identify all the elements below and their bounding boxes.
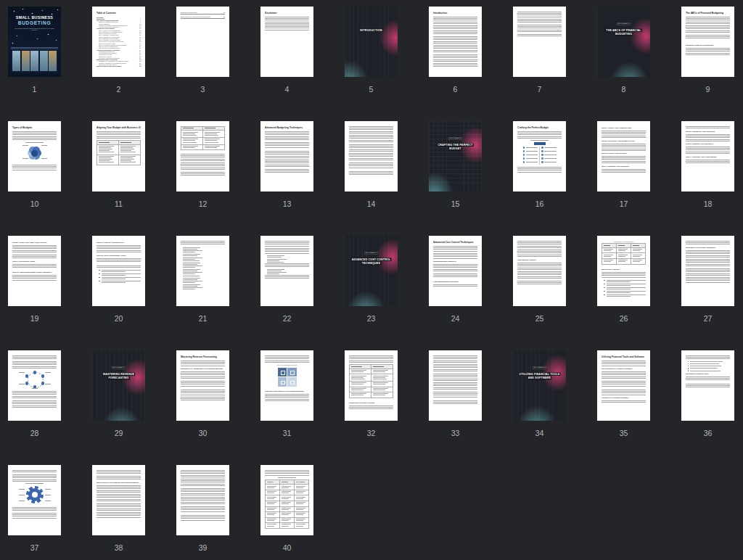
paragraph-lines [686, 384, 730, 390]
page-thumbnail-39[interactable] [176, 465, 229, 535]
figure-caption [530, 140, 549, 141]
page-thumbnail-3[interactable]: Integrating Financial Tools36Best Practi… [176, 7, 229, 77]
paragraph-lines [12, 361, 57, 368]
page-thumbnail-5[interactable]: INTRODUCTION [345, 7, 398, 77]
page-thumbnail-26[interactable]: Cost-Benefit Analysis ExampleBreak-Even … [597, 236, 650, 306]
page-content: Advanced Cost Control TechniquesNegotiat… [433, 241, 477, 302]
paragraph-lines [181, 397, 225, 400]
window-pane [12, 51, 20, 71]
paragraph-lines [265, 151, 309, 158]
page-thumbnail-29[interactable]: CHAPTER 4MASTERING REVENUE FORECASTING [92, 350, 145, 421]
page-number-label: 38 [92, 535, 145, 559]
page-thumbnail-37[interactable] [8, 465, 61, 535]
paragraph-lines [12, 470, 57, 472]
page-thumbnail-14[interactable] [345, 121, 398, 192]
page-thumbnail-16[interactable]: Crafting the Perfect Budget [513, 121, 566, 192]
window-pane [30, 51, 38, 71]
page-thumbnail-20[interactable]: Step 11: Plan for ContingenciesStep 12: … [92, 236, 145, 306]
paragraph-lines [517, 12, 562, 17]
page-number-label: 30 [176, 421, 229, 445]
page-thumbnail-7[interactable] [513, 7, 566, 77]
page-thumbnail-31[interactable]: Revenue Forecasting MethodsPractical App… [260, 350, 313, 421]
page-thumbnail-36[interactable]: Integrating Financial Tools [681, 350, 734, 421]
page-thumbnail-15[interactable]: CHAPTER 2CRAFTING THE PERFECT BUDGET [429, 121, 482, 192]
list-lines [265, 269, 309, 274]
page-thumbnail-17[interactable]: Step 1: Gather Your Financial DataStep 2… [597, 121, 650, 192]
page-thumbnail-9[interactable]: The ABCs of Financial BudgetingEssential… [681, 7, 734, 77]
section-heading: Step 8: Create Your Cash Flow Forecast [12, 242, 57, 244]
page-thumbnail-18[interactable]: Step 5: Categorize Your ExpensesStep 6: … [681, 121, 734, 192]
paragraph-lines [517, 271, 562, 279]
page-content: Cost-Benefit Analysis [517, 241, 562, 302]
paragraph-lines [181, 390, 225, 395]
page-thumbnail-19[interactable]: Step 8: Create Your Cash Flow ForecastSt… [8, 236, 61, 306]
page-thumbnail-8[interactable]: CHAPTER 1THE ABCS OF FINANCIAL BUDGETING [597, 7, 650, 77]
paragraph-lines [12, 513, 57, 519]
list-lines [181, 247, 225, 252]
page-thumbnail-1[interactable]: SMALL BUSINESSBUDGETINGExpert tips to ma… [8, 7, 61, 77]
paragraph-lines [97, 131, 141, 139]
page-thumbnail-12[interactable] [176, 121, 229, 192]
quadrant-cell [287, 368, 297, 377]
quadrant-cell [278, 368, 287, 377]
page-cell: CHAPTER 3ADVANCED COST CONTROL TECHNIQUE… [345, 236, 398, 330]
paragraph-lines [517, 34, 562, 36]
page-thumbnail-11[interactable]: Aligning Your Budget with Business Objec… [92, 121, 145, 192]
page-thumbnail-21[interactable] [176, 236, 229, 306]
paragraph-lines [433, 364, 477, 371]
paragraph-lines [97, 265, 141, 268]
page-thumbnail-27[interactable]: Innovative Cost Control Strategies [681, 236, 734, 306]
cycle-node [25, 382, 29, 385]
page-cell: Step 1: Gather Your Financial DataStep 2… [597, 121, 650, 215]
page-thumbnail-28[interactable] [8, 350, 61, 421]
page-thumbnail-2[interactable]: Table of ContentsDisclaimer4Introduction… [92, 7, 145, 77]
paragraph-lines [433, 45, 477, 52]
paragraph-lines [181, 361, 225, 366]
paragraph-lines [602, 169, 646, 173]
page-thumbnail-25[interactable]: Cost-Benefit Analysis [513, 236, 566, 306]
page-thumbnail-30[interactable]: Mastering Revenue ForecastingQualitative… [176, 350, 229, 421]
figure-caption: Revenue Forecasting Methods [265, 364, 309, 366]
page-cell: Disclaimer 4 [260, 7, 313, 101]
page-thumbnail-33[interactable] [429, 350, 482, 421]
thumbnail-grid: SMALL BUSINESSBUDGETINGExpert tips to ma… [0, 0, 743, 559]
page-number-label: 5 [345, 77, 398, 101]
paragraph-lines [602, 390, 646, 395]
page-number-label: 40 [260, 535, 313, 559]
paragraph-lines [265, 131, 309, 140]
paragraph-lines [265, 160, 309, 167]
paragraph-lines [433, 54, 477, 62]
page-thumbnail-32[interactable]: Enhancing Forecast Accuracy [345, 350, 398, 421]
page-thumbnail-24[interactable]: Advanced Cost Control TechniquesNegotiat… [429, 236, 482, 306]
paragraph-lines [265, 394, 309, 401]
paragraph-lines [181, 488, 225, 495]
paragraph-lines [686, 126, 730, 128]
page-number-label: 35 [597, 421, 650, 445]
page-content: Cost-Benefit Analysis ExampleBreak-Even … [602, 241, 646, 302]
list-icon [541, 147, 543, 149]
page-content: Types of Budgets [12, 126, 57, 187]
page-thumbnail-13[interactable]: Advanced Budgeting Techniques [260, 121, 313, 192]
page-thumbnail-22[interactable] [260, 236, 313, 306]
page-thumbnail-23[interactable]: CHAPTER 3ADVANCED COST CONTROL TECHNIQUE… [345, 236, 398, 306]
page-cell: CHAPTER 5UTILIZING FINANCIAL TOOLS AND S… [513, 350, 566, 445]
page-thumbnail-10[interactable]: Types of Budgets [8, 121, 61, 192]
paragraph-lines [265, 241, 309, 247]
quadrant-cell [278, 377, 287, 387]
page-content: Best Practices for Financial Tool Implem… [97, 470, 141, 531]
page-thumbnail-6[interactable]: Introduction [429, 7, 482, 77]
page-thumbnail-40[interactable]: CategoryExamplesKey Features [260, 465, 313, 535]
paragraph-lines [517, 167, 562, 173]
page-thumbnail-35[interactable]: Utilizing Financial Tools and SoftwareTh… [597, 350, 650, 421]
paragraph-lines [433, 246, 477, 252]
page-thumbnail-4[interactable]: Disclaimer [260, 7, 313, 77]
page-content: Crafting the Perfect Budget [517, 126, 562, 187]
page-number-label: 23 [345, 306, 398, 330]
page-thumbnail-38[interactable]: Best Practices for Financial Tool Implem… [92, 465, 145, 535]
paragraph-lines [686, 134, 730, 141]
paragraph-lines [265, 248, 309, 254]
page-cell: 37 [8, 465, 61, 559]
list-lines [265, 255, 309, 262]
page-thumbnail-34[interactable]: CHAPTER 5UTILIZING FINANCIAL TOOLS AND S… [513, 350, 566, 421]
page-cell: 21 [176, 236, 229, 330]
